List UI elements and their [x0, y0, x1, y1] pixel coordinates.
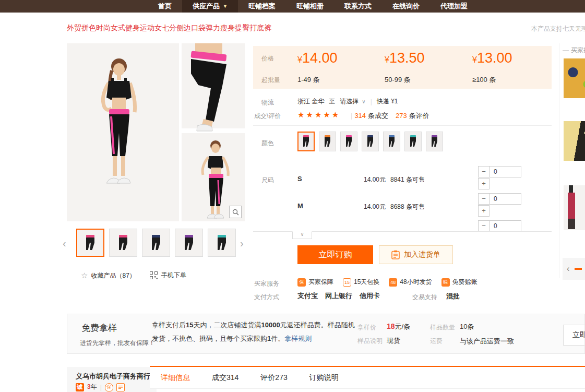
- favorite-label: 收藏产品（87）: [91, 271, 135, 280]
- qty-plus-button[interactable]: +: [478, 205, 490, 217]
- color-swatch-7[interactable]: [426, 132, 443, 151]
- order-now-button[interactable]: 立即订购: [297, 245, 373, 264]
- nav-item-products[interactable]: 供应产品 ▼: [182, 0, 238, 13]
- rating-stars-icon: ★★★★★: [297, 110, 340, 120]
- logistics-to: 至: [329, 97, 335, 106]
- qty-minus-button[interactable]: −: [478, 193, 490, 205]
- nav-item-album[interactable]: 旺铺相册: [286, 0, 334, 13]
- qty-input-3[interactable]: [489, 220, 521, 231]
- thumbs-next-icon[interactable]: ›: [240, 237, 244, 250]
- sample-slogan: 进货先拿样，批发有保障！: [80, 339, 155, 348]
- free-sample-section: 免费拿样 进货先拿样，批发有保障！ 拿样支付后15天内，二次店铺进货满10000…: [67, 314, 585, 354]
- color-swatch-3[interactable]: [340, 132, 357, 151]
- price-tier-3: ¥13.00: [472, 50, 512, 66]
- sample-note-label: 样品说明: [357, 337, 383, 346]
- size-row-s-price: 14.00元: [364, 175, 386, 184]
- express-fee: 快递 ¥1: [377, 97, 398, 106]
- thumbnail-strip: [76, 229, 236, 257]
- sidebar-product-1[interactable]: [564, 58, 585, 98]
- color-swatch-5[interactable]: [383, 132, 400, 151]
- divider: |: [371, 98, 372, 105]
- deals-count[interactable]: 314: [354, 112, 366, 120]
- sample-price-value: 18元/条: [387, 322, 410, 331]
- size-row-m-name: M: [297, 202, 303, 210]
- tab-reviews[interactable]: 评价273: [260, 373, 287, 383]
- guarantee-badge-icon: 保: [297, 278, 306, 287]
- tab-order-notes[interactable]: 订购说明: [309, 373, 339, 383]
- qty-minus-button[interactable]: −: [478, 220, 490, 231]
- color-swatch-6[interactable]: [404, 132, 422, 151]
- color-swatches: [297, 132, 443, 151]
- qty-plus-button[interactable]: +: [478, 178, 490, 189]
- sample-qty-label: 样品数量: [430, 323, 455, 332]
- sidebar-divider: [559, 43, 559, 278]
- seller-name[interactable]: 义乌市胡兵电子商务商行: [76, 372, 150, 381]
- sample-description: 拿样支付后15天内，二次店铺进货满10000元返还样品费。样品随机发货，不挑色、…: [152, 318, 356, 346]
- nav-item-agency[interactable]: 代理加盟: [430, 0, 478, 13]
- mobile-order-button[interactable]: 手机下单: [150, 271, 186, 280]
- color-swatch-4[interactable]: [362, 132, 379, 151]
- color-swatch-2[interactable]: [319, 132, 336, 151]
- chevron-down-icon: ∨: [362, 99, 365, 104]
- add-to-cart-label: 加入进货单: [404, 250, 440, 259]
- nav-item-archive[interactable]: 旺铺档案: [238, 0, 286, 13]
- reviews-count[interactable]: 273: [396, 112, 407, 120]
- size-row-s-name: S: [297, 175, 302, 183]
- logistics-origin: 浙江 金华: [297, 97, 324, 106]
- sample-title: 免费拿样: [81, 322, 117, 334]
- thumbnail-2[interactable]: [109, 229, 137, 257]
- page-title: 外贸拼色时尚女式健身运动女七分侧边口袋弹力瘦身提臀打底裤: [67, 23, 271, 33]
- trade-support-label: 交易支持: [412, 293, 437, 302]
- add-to-cart-button[interactable]: 加入进货单: [379, 245, 453, 264]
- sample-note-value: 现货: [387, 336, 400, 346]
- tab-detail-info[interactable]: 详细信息: [161, 373, 190, 383]
- service-free-credit[interactable]: 赊 免费赊账: [441, 278, 477, 287]
- nav-item-inquiry[interactable]: 在线询价: [382, 0, 430, 13]
- rating-counts: | 314 条成交 273 条评价: [351, 111, 429, 121]
- thumbnail-3[interactable]: [142, 229, 170, 257]
- expand-sizes-tab[interactable]: ∨: [292, 231, 312, 239]
- moq-tier-2: 50-99 条: [385, 75, 411, 85]
- thumbnail-5[interactable]: [208, 229, 236, 257]
- product-page: 首页 供应产品 ▼ 旺铺档案 旺铺相册 联系方式 在线询价 代理加盟 外贸拼色时…: [0, 0, 585, 392]
- mobile-order-label: 手机下单: [161, 271, 186, 280]
- qty-input-m[interactable]: [489, 193, 521, 205]
- product-main-image[interactable]: [67, 43, 245, 221]
- thumbs-prev-icon[interactable]: ‹: [63, 237, 66, 250]
- sidebar-pager: ‹: [563, 258, 585, 280]
- favorite-product-button[interactable]: ☆ 收藏产品（87）: [81, 271, 136, 280]
- payment-ebank: 网上银行: [325, 291, 352, 301]
- image-zoom-button[interactable]: [229, 206, 242, 218]
- payment-credit-card: 信用卡: [360, 291, 380, 301]
- thumbnail-1[interactable]: [76, 229, 104, 257]
- size-row-m-stock: 8688 条可售: [390, 203, 425, 211]
- ship-badge-icon: 48: [389, 278, 397, 287]
- divider: |: [351, 112, 352, 120]
- rating-label: 成交\评价: [254, 112, 281, 121]
- exchange-badge-icon: 15: [343, 278, 351, 287]
- heading-dash: —: [563, 46, 569, 54]
- service-15day-exchange[interactable]: 15 15天包换: [343, 278, 379, 287]
- get-sample-button[interactable]: 立即拿样: [563, 325, 585, 346]
- nav-item-label: 供应产品: [193, 0, 220, 13]
- qty-minus-button[interactable]: −: [478, 166, 490, 177]
- tab-deals[interactable]: 成交314: [212, 373, 238, 383]
- color-swatch-1[interactable]: [297, 132, 315, 151]
- sample-ship-value: 与该产品运费一致: [460, 336, 516, 347]
- service-48h-ship[interactable]: 48 48小时发货: [389, 278, 432, 287]
- nav-item-contact[interactable]: 联系方式: [334, 0, 382, 13]
- sidebar-product-2[interactable]: [564, 121, 585, 161]
- qr-code-icon: [150, 271, 158, 279]
- seller-years: 3年: [87, 383, 97, 391]
- nav-item-home[interactable]: 首页: [148, 0, 182, 13]
- destination-select[interactable]: 请选择 ∨: [340, 97, 365, 106]
- sidebar-product-3[interactable]: [564, 185, 585, 230]
- sidebar-prev-icon[interactable]: ‹: [567, 264, 569, 274]
- sample-rule-link[interactable]: 拿样规则: [284, 335, 312, 342]
- thumbnail-4[interactable]: [175, 229, 203, 257]
- service-guarantee[interactable]: 保 买家保障: [297, 278, 333, 287]
- magnifier-icon: [232, 209, 239, 216]
- sidebar-pager-indicator: [575, 268, 582, 270]
- qty-input-s[interactable]: [489, 166, 521, 177]
- size-row-s-stock: 8841 条可售: [390, 175, 425, 184]
